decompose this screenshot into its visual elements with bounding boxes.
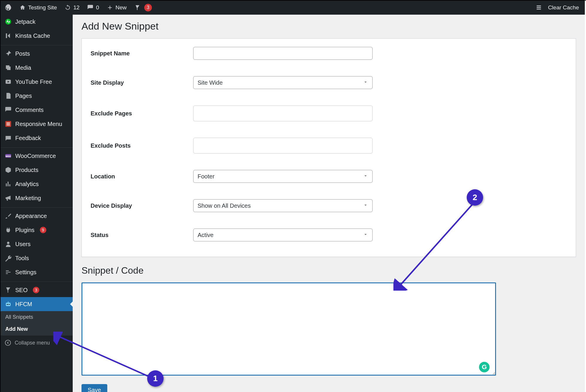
sidebar-item-label: Settings (15, 269, 36, 276)
yoast-link[interactable]: 3 (134, 4, 152, 11)
sidebar-item-feedback[interactable]: Feedback (1, 131, 73, 145)
sidebar-item-label: Plugins (15, 227, 35, 234)
sidebar-item-tools[interactable]: Tools (1, 251, 73, 265)
plug-icon (5, 226, 12, 234)
new-label: New (115, 4, 127, 11)
sidebar-item-label: SEO (15, 287, 28, 294)
sidebar-item-appearance[interactable]: Appearance (1, 207, 73, 223)
comments-link[interactable]: 0 (87, 4, 99, 11)
sidebar-item-analytics[interactable]: Analytics (1, 177, 73, 191)
play-icon (5, 78, 12, 85)
submenu-all-snippets[interactable]: All Snippets (1, 311, 73, 323)
exclude-pages-input[interactable] (193, 105, 373, 121)
site-title: Testing Site (28, 4, 57, 11)
brush-icon (5, 212, 12, 219)
exclude-posts-input[interactable] (193, 138, 373, 154)
collapse-icon (5, 340, 11, 346)
yoast-icon (134, 4, 141, 11)
location-value: Footer (198, 173, 215, 180)
plugins-update-count: 9 (40, 227, 46, 233)
code-section-heading: Snippet / Code (81, 265, 576, 276)
svg-point-7 (7, 304, 8, 305)
megaphone-icon (5, 195, 12, 202)
clear-cache-link[interactable]: Clear Cache (548, 4, 579, 11)
sidebar-item-comments[interactable]: Comments (1, 103, 73, 117)
comment-icon (5, 106, 12, 113)
sidebar-item-media[interactable]: Media (1, 61, 73, 75)
annotation-arrow-1 (53, 332, 165, 381)
media-icon (5, 64, 12, 71)
clear-cache-label: Clear Cache (548, 4, 579, 11)
svg-line-10 (58, 336, 150, 377)
site-display-select[interactable]: Site Wide (193, 76, 373, 89)
wp-logo[interactable] (5, 4, 12, 11)
location-label: Location (91, 173, 193, 180)
sidebar-item-label: Marketing (15, 195, 41, 202)
sidebar-item-pages[interactable]: Pages (1, 89, 73, 103)
admin-bar: Testing Site 12 0 New 3 (1, 1, 586, 15)
chevron-down-icon (363, 79, 368, 86)
sidebar-item-label: Responsive Menu (15, 121, 62, 127)
annotation-badge-1: 1 (147, 370, 164, 387)
save-button[interactable]: Save (81, 384, 107, 392)
robot-icon (5, 301, 12, 308)
pin-icon (5, 50, 12, 57)
svg-point-9 (5, 340, 11, 345)
device-display-label: Device Display (91, 202, 193, 209)
wrench-icon (5, 255, 12, 262)
yoast-notification-count: 3 (144, 4, 152, 11)
sidebar-item-posts[interactable]: Posts (1, 45, 73, 61)
sidebar-item-label: Products (15, 167, 38, 173)
device-display-value: Show on All Devices (198, 202, 251, 209)
woocommerce-icon: woo (5, 152, 12, 159)
database-icon (536, 4, 542, 11)
sidebar-item-hfcm[interactable]: HFCM (1, 297, 73, 311)
update-icon (64, 4, 71, 11)
sidebar-item-users[interactable]: Users (1, 237, 73, 251)
chevron-down-icon (363, 232, 368, 238)
sidebar-item-marketing[interactable]: Marketing (1, 191, 73, 205)
chevron-down-icon (363, 202, 368, 209)
svg-rect-6 (6, 303, 11, 306)
sidebar-item-youtube[interactable]: YouTube Free (1, 75, 73, 89)
yoast-icon (5, 287, 12, 294)
submenu-label: All Snippets (5, 314, 33, 320)
sidebar-item-label: Users (15, 241, 30, 248)
sidebar-item-products[interactable]: Products (1, 163, 73, 177)
sidebar-item-woocommerce[interactable]: woo WooCommerce (1, 147, 73, 163)
chart-icon (5, 180, 12, 188)
svg-point-5 (7, 242, 9, 244)
site-display-value: Site Wide (198, 79, 223, 86)
comments-count: 0 (96, 4, 99, 11)
svg-line-11 (399, 204, 473, 286)
updates-link[interactable]: 12 (64, 4, 79, 11)
hamburger-icon (5, 120, 12, 127)
new-content-link[interactable]: New (107, 4, 127, 11)
sidebar-item-label: Analytics (15, 181, 39, 188)
sidebar-item-label: Feedback (15, 135, 41, 142)
device-display-select[interactable]: Show on All Devices (193, 199, 373, 212)
cache-icon[interactable] (536, 4, 542, 11)
site-home-link[interactable]: Testing Site (19, 4, 57, 11)
exclude-posts-label: Exclude Posts (91, 142, 193, 149)
box-icon (5, 166, 12, 173)
sidebar-item-responsive[interactable]: Responsive Menu (1, 117, 73, 131)
seo-notification-count: 3 (33, 287, 39, 293)
exclude-pages-label: Exclude Pages (91, 110, 193, 117)
snippet-name-input[interactable] (193, 47, 373, 60)
user-icon (5, 241, 12, 248)
sidebar-item-settings[interactable]: Settings (1, 265, 73, 279)
comment-icon (87, 4, 94, 11)
plus-icon (107, 4, 113, 11)
sidebar-item-label: Jetpack (15, 18, 35, 25)
sidebar-item-label: Comments (15, 107, 44, 113)
sidebar-item-seo[interactable]: SEO 3 (1, 282, 73, 297)
status-select[interactable]: Active (193, 229, 373, 241)
location-select[interactable]: Footer (193, 170, 373, 183)
sidebar-item-kinsta[interactable]: Kinsta Cache (1, 29, 73, 43)
sidebar-item-plugins[interactable]: Plugins 9 (1, 223, 73, 237)
status-label: Status (91, 232, 193, 238)
sidebar-item-label: Appearance (15, 213, 47, 219)
sidebar-item-label: Media (15, 64, 31, 71)
sidebar-item-jetpack[interactable]: Jetpack (1, 15, 73, 29)
